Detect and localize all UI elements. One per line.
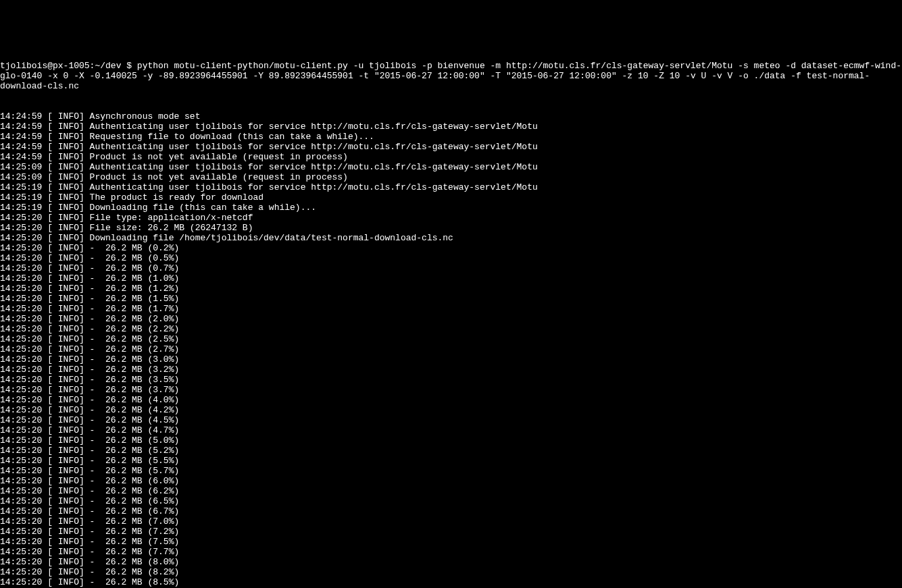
shell-prompt: tjolibois@px-1005:~/dev $	[0, 61, 137, 71]
command-line: tjolibois@px-1005:~/dev $ python motu-cl…	[0, 61, 902, 91]
log-output: 14:24:59 [ INFO] Asynchronous mode set 1…	[0, 111, 902, 588]
terminal-output: tjolibois@px-1005:~/dev $ python motu-cl…	[0, 41, 902, 588]
